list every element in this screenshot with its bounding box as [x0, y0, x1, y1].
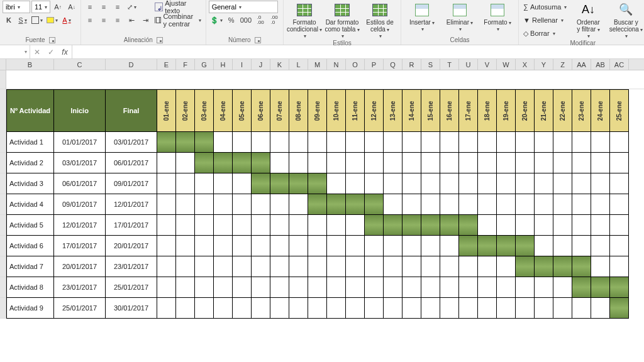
- gantt-cell[interactable]: [365, 236, 384, 256]
- gantt-cell[interactable]: [402, 298, 421, 319]
- gantt-cell[interactable]: [384, 215, 402, 236]
- gantt-cell[interactable]: [516, 236, 535, 256]
- decrease-font-icon[interactable]: [65, 1, 78, 13]
- gantt-cell[interactable]: [365, 298, 384, 319]
- gantt-cell[interactable]: [195, 153, 214, 173]
- gantt-cell[interactable]: [214, 236, 233, 256]
- gantt-cell[interactable]: [327, 173, 346, 194]
- date-header[interactable]: 11-ene: [346, 89, 365, 132]
- gantt-cell[interactable]: [270, 256, 289, 277]
- gantt-cell[interactable]: [591, 277, 610, 298]
- gantt-cell[interactable]: [289, 256, 308, 277]
- column-header[interactable]: X: [516, 59, 535, 70]
- gantt-cell[interactable]: [478, 215, 497, 236]
- gantt-cell[interactable]: [497, 236, 516, 256]
- column-header[interactable]: I: [233, 59, 252, 70]
- font-color-button[interactable]: A: [60, 14, 73, 26]
- cell-styles-button[interactable]: Estilos de celda: [362, 1, 398, 40]
- thousands-button[interactable]: 000: [239, 14, 253, 26]
- gantt-cell[interactable]: [591, 298, 610, 319]
- gantt-cell[interactable]: [497, 153, 516, 173]
- gantt-cell[interactable]: [365, 215, 384, 236]
- gantt-cell[interactable]: [553, 215, 572, 236]
- gantt-cell[interactable]: [233, 298, 252, 319]
- gantt-cell[interactable]: [516, 277, 535, 298]
- gantt-cell[interactable]: [497, 277, 516, 298]
- font-name-combo[interactable]: ibri: [3, 1, 30, 13]
- gantt-cell[interactable]: [459, 298, 478, 319]
- gantt-cell[interactable]: [346, 215, 365, 236]
- gantt-cell[interactable]: [233, 194, 252, 215]
- date-header[interactable]: 18-ene: [478, 89, 497, 132]
- gantt-cell[interactable]: [308, 236, 327, 256]
- gantt-cell[interactable]: [535, 215, 553, 236]
- gantt-cell[interactable]: [252, 153, 270, 173]
- gantt-cell[interactable]: [553, 194, 572, 215]
- column-header[interactable]: P: [365, 59, 384, 70]
- gantt-cell[interactable]: [233, 132, 252, 153]
- gantt-cell[interactable]: [553, 298, 572, 319]
- gantt-cell[interactable]: [252, 256, 270, 277]
- gantt-cell[interactable]: [591, 256, 610, 277]
- clear-button[interactable]: ◇Borrar: [521, 27, 569, 40]
- gantt-cell[interactable]: [233, 173, 252, 194]
- gantt-cell[interactable]: [176, 215, 195, 236]
- gantt-cell[interactable]: [421, 236, 440, 256]
- percent-button[interactable]: %: [225, 14, 238, 26]
- gantt-cell[interactable]: [252, 298, 270, 319]
- date-header[interactable]: 13-ene: [384, 89, 402, 132]
- gantt-cell[interactable]: [440, 132, 459, 153]
- gantt-cell[interactable]: [195, 256, 214, 277]
- gantt-cell[interactable]: [195, 236, 214, 256]
- date-header[interactable]: 16-ene: [440, 89, 459, 132]
- row-header[interactable]: [0, 173, 6, 194]
- gantt-cell[interactable]: [327, 256, 346, 277]
- gantt-cell[interactable]: [440, 173, 459, 194]
- gantt-cell[interactable]: [516, 215, 535, 236]
- gantt-cell[interactable]: [157, 298, 176, 319]
- gantt-cell[interactable]: [459, 277, 478, 298]
- gantt-cell[interactable]: [610, 153, 629, 173]
- activity-end[interactable]: 09/01/2017: [106, 173, 157, 194]
- gantt-cell[interactable]: [365, 153, 384, 173]
- row-header[interactable]: [0, 236, 6, 256]
- gantt-cell[interactable]: [270, 298, 289, 319]
- gantt-cell[interactable]: [440, 236, 459, 256]
- gantt-cell[interactable]: [346, 277, 365, 298]
- column-header[interactable]: N: [327, 59, 346, 70]
- date-header[interactable]: 08-ene: [289, 89, 308, 132]
- gantt-cell[interactable]: [421, 173, 440, 194]
- date-header[interactable]: 06-ene: [252, 89, 270, 132]
- activity-end[interactable]: 25/01/2017: [106, 277, 157, 298]
- gantt-cell[interactable]: [440, 277, 459, 298]
- font-size-combo[interactable]: 11: [31, 1, 50, 13]
- gantt-cell[interactable]: [610, 236, 629, 256]
- gantt-cell[interactable]: [535, 132, 553, 153]
- gantt-cell[interactable]: [214, 132, 233, 153]
- row-header[interactable]: [0, 277, 6, 298]
- merge-center-button[interactable]: Combinar y centrar: [153, 14, 203, 26]
- gantt-cell[interactable]: [535, 298, 553, 319]
- date-header[interactable]: 19-ene: [497, 89, 516, 132]
- gantt-cell[interactable]: [459, 215, 478, 236]
- gantt-cell[interactable]: [610, 215, 629, 236]
- gantt-cell[interactable]: [459, 256, 478, 277]
- gantt-cell[interactable]: [384, 298, 402, 319]
- gantt-cell[interactable]: [610, 256, 629, 277]
- align-middle-button[interactable]: ≡: [97, 1, 110, 13]
- gantt-cell[interactable]: [365, 277, 384, 298]
- column-header[interactable]: U: [459, 59, 478, 70]
- gantt-cell[interactable]: [478, 194, 497, 215]
- orientation-button[interactable]: ⤢: [125, 1, 138, 13]
- autosum-button[interactable]: ∑Autosuma: [521, 1, 569, 13]
- column-header[interactable]: W: [497, 59, 516, 70]
- row-header[interactable]: [0, 215, 6, 236]
- gantt-cell[interactable]: [252, 132, 270, 153]
- gantt-cell[interactable]: [535, 236, 553, 256]
- column-header[interactable]: R: [402, 59, 421, 70]
- column-header[interactable]: B: [6, 59, 54, 70]
- date-header[interactable]: 20-ene: [516, 89, 535, 132]
- date-header[interactable]: 05-ene: [233, 89, 252, 132]
- gantt-cell[interactable]: [572, 298, 591, 319]
- gantt-cell[interactable]: [402, 153, 421, 173]
